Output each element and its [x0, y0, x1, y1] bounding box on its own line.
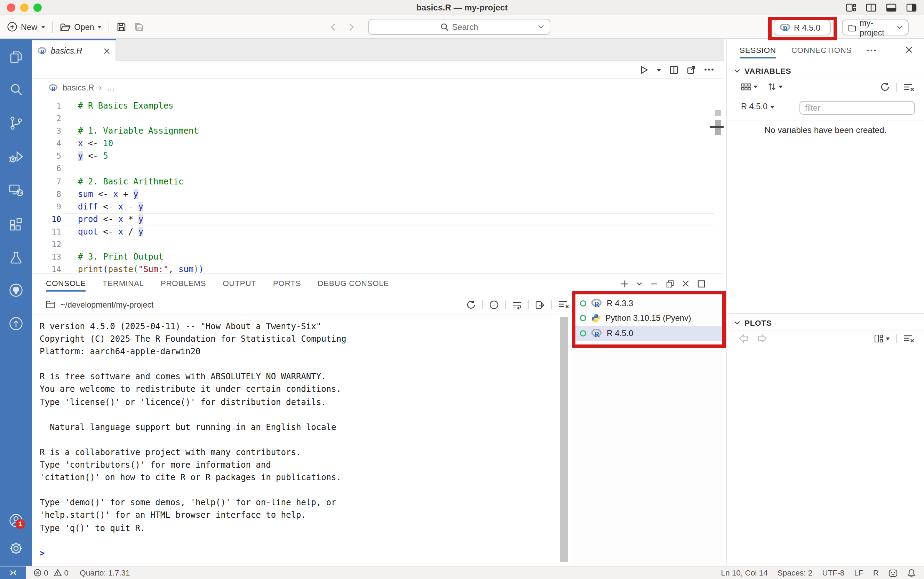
tab-terminal[interactable]: TERMINAL [103, 273, 144, 294]
toggle-secondary-sidebar-icon[interactable] [906, 2, 917, 13]
session-item[interactable]: Python 3.10.15 (Pyenv) [573, 311, 723, 325]
github-icon[interactable] [8, 282, 24, 299]
minimize-panel-icon[interactable] [650, 280, 658, 288]
clear-plots-icon[interactable] [903, 334, 914, 343]
cursor-position-status[interactable]: Ln 10, Col 14 [721, 569, 767, 577]
code-line[interactable]: 7# 2. Basic Arithmetic [32, 175, 714, 188]
code-line[interactable]: 13# 3. Print Output [32, 250, 714, 263]
sash-handle[interactable] [710, 126, 723, 128]
maximize-panel-icon[interactable] [697, 280, 705, 288]
search-input[interactable]: Search [368, 19, 550, 35]
code-line[interactable]: 14print(paste("Sum:", sum)) [32, 263, 714, 273]
split-editor-icon[interactable] [669, 65, 678, 74]
group-variables-button[interactable] [741, 82, 758, 91]
sort-variables-button[interactable] [767, 82, 783, 91]
code-line[interactable]: 8sum <- x + y [32, 188, 714, 200]
code-line[interactable]: 12 [32, 238, 714, 250]
notifications-bell-icon[interactable] [907, 568, 916, 577]
code-line[interactable]: 9diff <- x - y [32, 200, 714, 213]
problems-status[interactable]: 0 0 [33, 569, 69, 577]
move-to-editor-icon[interactable] [535, 299, 545, 309]
navigate-forward-icon[interactable] [348, 23, 355, 31]
restore-panel-icon[interactable] [666, 280, 674, 288]
interpreter-selector-button[interactable]: R R 4.5.0 [774, 20, 831, 36]
close-panel-icon[interactable] [682, 280, 689, 288]
variables-section-header[interactable]: VARIABLES [734, 67, 791, 75]
new-session-plus-icon[interactable] [620, 280, 629, 288]
tab-ports[interactable]: PORTS [273, 273, 301, 294]
indentation-status[interactable]: Spaces: 2 [777, 569, 813, 577]
run-and-debug-icon[interactable] [8, 148, 24, 165]
publish-icon[interactable] [8, 315, 24, 332]
code-area[interactable]: 1# R Basics Examples23# 1. Variable Assi… [32, 100, 714, 273]
close-sidebar-icon[interactable] [905, 46, 913, 54]
restart-console-icon[interactable] [466, 299, 476, 309]
run-file-button[interactable] [640, 65, 648, 74]
session-item[interactable]: RR 4.3.3 [573, 296, 723, 311]
remote-explorer-icon[interactable] [8, 182, 24, 198]
code-line[interactable]: 2 [32, 112, 714, 124]
tab-debug-console[interactable]: DEBUG CONSOLE [318, 273, 389, 294]
feedback-icon[interactable] [888, 568, 898, 577]
breadcrumb[interactable]: R basics.R › … [49, 79, 115, 97]
next-plot-icon[interactable] [757, 334, 767, 343]
split-editor-layout-icon[interactable] [865, 2, 877, 13]
testing-beaker-icon[interactable] [8, 249, 24, 266]
previous-plot-icon[interactable] [738, 334, 749, 343]
quarto-status[interactable]: Quarto: 1.7.31 [80, 569, 130, 577]
clear-variables-icon[interactable] [903, 82, 914, 92]
console-scrollbar[interactable] [560, 317, 568, 562]
breadcrumb-file[interactable]: basics.R [63, 83, 94, 93]
customize-layout-icon[interactable] [846, 2, 857, 13]
console-prompt[interactable]: > [40, 546, 346, 559]
close-tab-icon[interactable] [104, 47, 110, 54]
workspace-selector-button[interactable]: my-project [842, 20, 909, 36]
save-all-button[interactable] [134, 21, 145, 32]
remote-indicator[interactable] [0, 566, 26, 579]
code-line[interactable]: 5y <- 5 [32, 150, 714, 162]
more-tabs-icon[interactable] [867, 49, 876, 51]
console-info-icon[interactable] [489, 299, 499, 309]
open-button[interactable]: Open [59, 22, 102, 32]
source-control-icon[interactable] [8, 115, 24, 131]
explorer-icon[interactable] [8, 49, 24, 65]
tab-basics-r[interactable]: R basics.R [32, 39, 116, 61]
code-line[interactable]: 10prod <- x * y [32, 213, 714, 226]
navigate-back-icon[interactable] [330, 23, 337, 31]
eol-status[interactable]: LF [854, 569, 863, 577]
plots-layout-button[interactable] [874, 334, 890, 343]
refresh-variables-icon[interactable] [880, 82, 890, 92]
working-directory[interactable]: ~/development/my-project [60, 299, 153, 309]
encoding-status[interactable]: UTF-8 [822, 569, 844, 577]
tab-connections[interactable]: CONNECTIONS [792, 39, 852, 61]
run-options-chevron-icon[interactable] [657, 69, 661, 74]
session-item[interactable]: RR 4.5.0 [573, 325, 723, 341]
code-line[interactable]: 1# R Basics Examples [32, 100, 714, 112]
save-button[interactable] [116, 21, 127, 32]
editor-group: R basics.R R basics.R › … 1# R Basics Ex… [32, 39, 723, 273]
code-line[interactable]: 3# 1. Variable Assignment [32, 124, 714, 137]
language-mode-status[interactable]: R [873, 569, 879, 577]
open-in-new-window-icon[interactable] [687, 65, 696, 74]
plots-section-header[interactable]: PLOTS [734, 319, 772, 327]
tab-console[interactable]: CONSOLE [46, 273, 86, 294]
variables-filter-input[interactable] [800, 101, 915, 115]
more-actions-icon[interactable] [704, 68, 714, 71]
clear-console-icon[interactable] [558, 300, 569, 309]
toggle-panel-icon[interactable] [886, 2, 897, 13]
search-sidebar-icon[interactable] [8, 82, 24, 98]
code-line[interactable]: 11quot <- x / y [32, 226, 714, 238]
code-line[interactable]: 4x <- 10 [32, 137, 714, 150]
tab-session[interactable]: SESSION [740, 39, 776, 61]
tab-problems[interactable]: PROBLEMS [161, 273, 206, 294]
code-line[interactable]: 6 [32, 162, 714, 175]
variables-runtime-selector[interactable]: R 4.5.0 [741, 101, 774, 111]
tab-output[interactable]: OUTPUT [223, 273, 256, 294]
new-session-chevron-icon[interactable] [637, 281, 642, 286]
breadcrumb-symbol-more[interactable]: … [106, 83, 115, 93]
word-wrap-icon[interactable] [512, 299, 522, 309]
new-button[interactable]: New [7, 21, 45, 32]
extensions-icon[interactable] [8, 216, 24, 232]
console-output[interactable]: R version 4.5.0 (2025-04-11) -- "How Abo… [40, 320, 346, 559]
settings-gear-icon[interactable] [8, 540, 24, 557]
